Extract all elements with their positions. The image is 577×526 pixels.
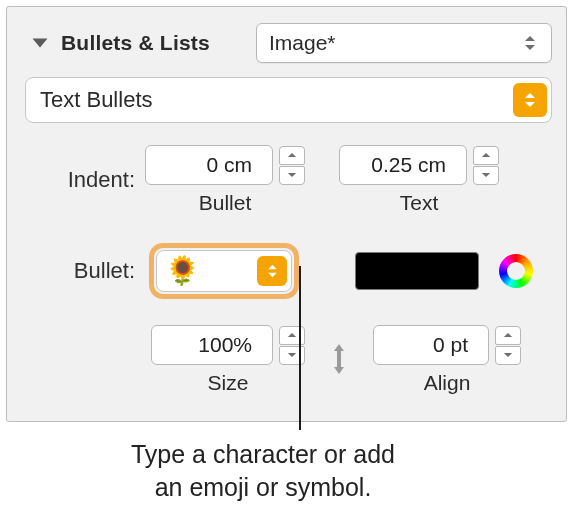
chevron-up-icon[interactable] xyxy=(279,146,305,165)
chevrons-up-down-icon xyxy=(257,256,287,286)
callout-caption: Type a character or add an emoji or symb… xyxy=(98,438,428,504)
chevron-down-icon[interactable] xyxy=(279,346,305,365)
color-wheel-icon[interactable] xyxy=(499,254,533,288)
bullet-character-picker[interactable]: 🌻 xyxy=(156,250,292,292)
chevron-up-icon[interactable] xyxy=(495,326,521,345)
bullet-type-value: Text Bullets xyxy=(40,87,153,113)
bullet-indent-stepper[interactable] xyxy=(279,146,305,185)
bullet-indent-field[interactable]: 0 cm xyxy=(145,145,273,185)
bullet-size-stepper[interactable] xyxy=(279,326,305,365)
bullet-type-popup[interactable]: Text Bullets xyxy=(25,77,552,123)
indent-label: Indent: xyxy=(59,167,135,193)
bullet-align-field[interactable]: 0 pt xyxy=(373,325,489,365)
bullet-color-swatch[interactable] xyxy=(355,252,479,290)
list-style-popup[interactable]: Image* xyxy=(256,23,552,63)
chevron-up-icon[interactable] xyxy=(473,146,499,165)
chevron-down-icon[interactable] xyxy=(495,346,521,365)
section-title: Bullets & Lists xyxy=(61,31,210,55)
bullet-align-stepper[interactable] xyxy=(495,326,521,365)
chevron-down-icon[interactable] xyxy=(279,166,305,185)
bullet-indent-sublabel: Bullet xyxy=(199,191,252,215)
bullet-character-highlight: 🌻 xyxy=(149,243,299,299)
bullet-label: Bullet: xyxy=(47,258,135,284)
chevrons-up-down-icon xyxy=(521,35,539,51)
text-indent-sublabel: Text xyxy=(400,191,439,215)
bullet-size-field[interactable]: 100% xyxy=(151,325,273,365)
chevron-up-icon[interactable] xyxy=(279,326,305,345)
disclosure-triangle-icon[interactable] xyxy=(31,34,49,52)
text-indent-field[interactable]: 0.25 cm xyxy=(339,145,467,185)
size-sublabel: Size xyxy=(208,371,249,395)
vertical-align-lock-icon xyxy=(329,342,349,381)
bullet-glyph: 🌻 xyxy=(165,257,200,285)
chevrons-up-down-icon xyxy=(513,83,547,117)
list-style-value: Image* xyxy=(269,31,336,55)
chevron-down-icon[interactable] xyxy=(473,166,499,185)
align-sublabel: Align xyxy=(424,371,471,395)
text-indent-stepper[interactable] xyxy=(473,146,499,185)
